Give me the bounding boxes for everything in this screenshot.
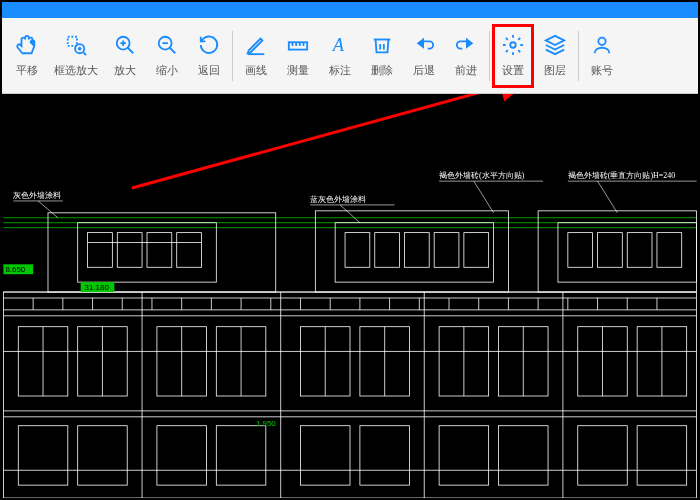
undo-button[interactable]: 后退 (403, 24, 445, 88)
redo-button[interactable]: 前进 (445, 24, 487, 88)
tool-label: 放大 (114, 63, 136, 78)
pan-button[interactable]: 平移 (6, 24, 48, 88)
svg-marker-22 (546, 36, 564, 45)
tool-label: 平移 (16, 63, 38, 78)
svg-rect-29 (88, 233, 113, 268)
annotation-text: 灰色外墙涂料 (13, 191, 61, 200)
undo-icon (412, 33, 436, 57)
tool-label: 标注 (329, 63, 351, 78)
annotation-text: 褐色外墙砖(水平方向贴) (439, 171, 525, 180)
svg-rect-103 (360, 426, 410, 485)
svg-rect-0 (68, 37, 77, 46)
pencil-icon (244, 33, 268, 57)
zoom-in-button[interactable]: 放大 (104, 24, 146, 88)
layers-button[interactable]: 图层 (534, 24, 576, 88)
svg-rect-104 (439, 426, 489, 485)
account-button[interactable]: 账号 (581, 24, 623, 88)
zoom-out-button[interactable]: 缩小 (146, 24, 188, 88)
svg-line-2 (83, 52, 86, 55)
delete-button[interactable]: 删除 (361, 24, 403, 88)
gear-icon (501, 33, 525, 57)
svg-line-118 (598, 181, 618, 213)
tool-label: 图层 (544, 63, 566, 78)
tool-label: 后退 (413, 63, 435, 78)
hand-icon (15, 33, 39, 57)
tool-label: 画线 (245, 63, 267, 78)
annotation-text: 褐色外墙砖(垂直方向贴)H=240 (568, 171, 675, 180)
svg-rect-45 (627, 233, 652, 268)
svg-rect-40 (464, 233, 489, 268)
svg-point-23 (598, 38, 605, 45)
drawing-canvas[interactable]: 灰色外墙涂料 蓝灰色外墙涂料 褐色外墙砖(水平方向贴) 褐色外墙砖(垂直方向贴)… (2, 94, 698, 498)
svg-text:31.180: 31.180 (85, 283, 110, 292)
svg-rect-32 (177, 233, 202, 268)
svg-rect-102 (300, 426, 350, 485)
svg-rect-101 (216, 426, 266, 485)
cad-drawing: 灰色外墙涂料 蓝灰色外墙涂料 褐色外墙砖(水平方向贴) 褐色外墙砖(垂直方向贴)… (2, 94, 698, 498)
tool-label: 返回 (198, 63, 220, 78)
svg-rect-106 (578, 426, 628, 485)
toolbar-divider (232, 31, 233, 81)
toolbar-group: 账号 (581, 18, 623, 93)
svg-rect-37 (375, 233, 400, 268)
svg-rect-39 (434, 233, 459, 268)
zoom-out-icon (155, 33, 179, 57)
svg-text:1.950: 1.950 (256, 419, 276, 428)
toolbar-group: 画线测量A标注删除后退前进 (235, 18, 487, 93)
svg-rect-46 (657, 233, 682, 268)
svg-rect-107 (637, 426, 687, 485)
back-icon (197, 33, 221, 57)
svg-rect-98 (18, 426, 68, 485)
svg-rect-35 (335, 223, 493, 282)
svg-rect-36 (345, 233, 370, 268)
tool-label: 设置 (502, 63, 524, 78)
svg-line-10 (170, 48, 176, 54)
tool-label: 前进 (455, 63, 477, 78)
zoom-in-icon (113, 33, 137, 57)
toolbar-group: 平移框选放大放大缩小返回 (6, 18, 230, 93)
line-button[interactable]: 画线 (235, 24, 277, 88)
toolbar-divider (578, 31, 579, 81)
toolbar: 平移框选放大放大缩小返回画线测量A标注删除后退前进设置图层账号 (2, 18, 698, 94)
ruler-icon (286, 33, 310, 57)
tool-label: 框选放大 (54, 63, 98, 78)
svg-text:A: A (332, 35, 345, 55)
svg-rect-100 (157, 426, 207, 485)
zoom-window-icon (64, 33, 88, 57)
svg-rect-99 (78, 426, 128, 485)
tool-label: 账号 (591, 63, 613, 78)
svg-rect-43 (568, 233, 593, 268)
svg-line-116 (474, 181, 494, 213)
text-icon: A (328, 33, 352, 57)
user-icon (590, 33, 614, 57)
svg-rect-38 (404, 233, 429, 268)
tool-label: 删除 (371, 63, 393, 78)
svg-text:8.650: 8.650 (5, 265, 25, 274)
zoom-window-button[interactable]: 框选放大 (48, 24, 104, 88)
title-bar (2, 2, 698, 18)
tool-label: 测量 (287, 63, 309, 78)
svg-rect-30 (117, 233, 142, 268)
svg-rect-105 (499, 426, 549, 485)
svg-line-114 (340, 205, 360, 223)
measure-button[interactable]: 测量 (277, 24, 319, 88)
trash-icon (370, 33, 394, 57)
svg-rect-27 (48, 213, 276, 292)
svg-line-6 (128, 48, 134, 54)
redo-icon (454, 33, 478, 57)
tool-label: 缩小 (156, 63, 178, 78)
layers-icon (543, 33, 567, 57)
annotate-button[interactable]: A标注 (319, 24, 361, 88)
settings-button[interactable]: 设置 (492, 24, 534, 88)
svg-point-21 (510, 42, 516, 48)
svg-rect-44 (598, 233, 623, 268)
toolbar-divider (489, 31, 490, 81)
toolbar-group: 设置图层 (492, 18, 576, 93)
back-button[interactable]: 返回 (188, 24, 230, 88)
annotation-text: 蓝灰色外墙涂料 (310, 195, 366, 204)
svg-rect-31 (147, 233, 172, 268)
